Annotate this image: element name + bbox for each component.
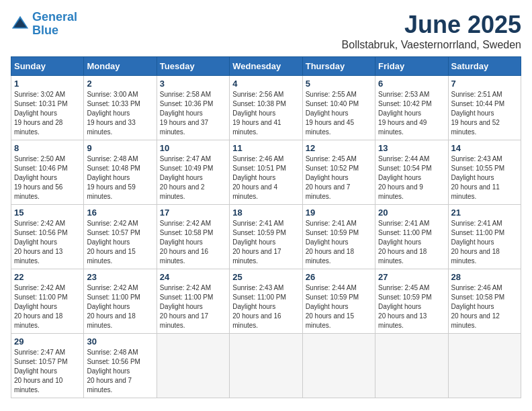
day-info: Sunrise: 2:41 AM Sunset: 10:59 PM Daylig… <box>232 219 299 266</box>
col-header-wednesday: Wednesday <box>230 57 302 76</box>
day-number: 22 <box>14 272 81 282</box>
day-info: Sunrise: 2:47 AM Sunset: 10:57 PM Daylig… <box>14 348 81 395</box>
day-cell-4: 4 Sunrise: 2:56 AM Sunset: 10:38 PM Dayl… <box>230 76 302 140</box>
calendar-table: SundayMondayTuesdayWednesdayThursdayFrid… <box>11 56 521 398</box>
day-number: 16 <box>87 208 153 218</box>
day-cell-8: 8 Sunrise: 2:50 AM Sunset: 10:46 PM Dayl… <box>11 140 84 205</box>
day-info: Sunrise: 3:02 AM Sunset: 10:31 PM Daylig… <box>14 90 81 137</box>
title-area: June 2025 Bollstabruk, Vaesternorrland, … <box>342 11 521 51</box>
col-header-friday: Friday <box>375 57 448 76</box>
day-number: 27 <box>378 272 445 282</box>
day-number: 2 <box>87 79 153 89</box>
day-number: 7 <box>451 79 518 89</box>
day-info: Sunrise: 2:44 AM Sunset: 10:54 PM Daylig… <box>378 154 445 201</box>
day-number: 24 <box>160 272 226 282</box>
day-number: 20 <box>378 208 445 218</box>
day-info: Sunrise: 2:42 AM Sunset: 11:00 PM Daylig… <box>160 283 226 330</box>
day-cell-11: 11 Sunrise: 2:46 AM Sunset: 10:51 PM Day… <box>230 140 302 205</box>
day-cell-23: 23 Sunrise: 2:42 AM Sunset: 11:00 PM Day… <box>84 269 157 334</box>
day-number: 10 <box>160 143 226 153</box>
day-info: Sunrise: 2:48 AM Sunset: 10:48 PM Daylig… <box>87 154 153 201</box>
day-info: Sunrise: 2:41 AM Sunset: 10:59 PM Daylig… <box>306 219 372 266</box>
day-cell-17: 17 Sunrise: 2:42 AM Sunset: 10:58 PM Day… <box>157 205 229 269</box>
day-info: Sunrise: 2:56 AM Sunset: 10:38 PM Daylig… <box>232 90 299 137</box>
day-cell-24: 24 Sunrise: 2:42 AM Sunset: 11:00 PM Day… <box>157 269 229 334</box>
day-cell-2: 2 Sunrise: 3:00 AM Sunset: 10:33 PM Dayl… <box>84 76 157 140</box>
day-number: 15 <box>14 208 81 218</box>
day-cell-12: 12 Sunrise: 2:45 AM Sunset: 10:52 PM Day… <box>302 140 375 205</box>
day-info: Sunrise: 2:42 AM Sunset: 11:00 PM Daylig… <box>14 283 81 330</box>
day-number: 13 <box>378 143 445 153</box>
day-info: Sunrise: 2:45 AM Sunset: 10:52 PM Daylig… <box>306 154 372 201</box>
day-info: Sunrise: 2:42 AM Sunset: 10:57 PM Daylig… <box>87 219 153 266</box>
day-cell-19: 19 Sunrise: 2:41 AM Sunset: 10:59 PM Day… <box>302 205 375 269</box>
day-number: 5 <box>306 79 372 89</box>
empty-cell <box>230 334 302 398</box>
day-number: 17 <box>160 208 226 218</box>
day-number: 11 <box>232 143 299 153</box>
day-cell-27: 27 Sunrise: 2:45 AM Sunset: 10:59 PM Day… <box>375 269 448 334</box>
day-info: Sunrise: 2:55 AM Sunset: 10:40 PM Daylig… <box>306 90 372 137</box>
day-number: 4 <box>232 79 299 89</box>
day-cell-30: 30 Sunrise: 2:48 AM Sunset: 10:56 PM Day… <box>84 334 157 398</box>
day-number: 6 <box>378 79 445 89</box>
day-cell-1: 1 Sunrise: 3:02 AM Sunset: 10:31 PM Dayl… <box>11 76 84 140</box>
day-cell-13: 13 Sunrise: 2:44 AM Sunset: 10:54 PM Day… <box>375 140 448 205</box>
day-number: 23 <box>87 272 153 282</box>
day-number: 21 <box>451 208 518 218</box>
day-number: 19 <box>306 208 372 218</box>
day-info: Sunrise: 2:43 AM Sunset: 10:55 PM Daylig… <box>451 154 518 201</box>
day-cell-20: 20 Sunrise: 2:41 AM Sunset: 11:00 PM Day… <box>375 205 448 269</box>
location-title: Bollstabruk, Vaesternorrland, Sweden <box>342 39 521 51</box>
day-info: Sunrise: 2:43 AM Sunset: 11:00 PM Daylig… <box>232 283 299 330</box>
day-number: 1 <box>14 79 81 89</box>
col-header-tuesday: Tuesday <box>157 57 229 76</box>
day-cell-10: 10 Sunrise: 2:47 AM Sunset: 10:49 PM Day… <box>157 140 229 205</box>
day-number: 30 <box>87 336 153 347</box>
day-info: Sunrise: 2:42 AM Sunset: 11:00 PM Daylig… <box>87 283 153 330</box>
day-info: Sunrise: 2:46 AM Sunset: 10:51 PM Daylig… <box>232 154 299 201</box>
day-info: Sunrise: 2:46 AM Sunset: 10:58 PM Daylig… <box>451 283 518 330</box>
col-header-saturday: Saturday <box>448 57 521 76</box>
day-info: Sunrise: 2:45 AM Sunset: 10:59 PM Daylig… <box>378 283 445 330</box>
day-number: 29 <box>14 336 81 347</box>
col-header-thursday: Thursday <box>302 57 375 76</box>
day-cell-29: 29 Sunrise: 2:47 AM Sunset: 10:57 PM Day… <box>11 334 84 398</box>
day-info: Sunrise: 2:53 AM Sunset: 10:42 PM Daylig… <box>378 90 445 137</box>
day-number: 12 <box>306 143 372 153</box>
day-info: Sunrise: 2:51 AM Sunset: 10:44 PM Daylig… <box>451 90 518 137</box>
day-cell-18: 18 Sunrise: 2:41 AM Sunset: 10:59 PM Day… <box>230 205 302 269</box>
day-number: 28 <box>451 272 518 282</box>
day-cell-16: 16 Sunrise: 2:42 AM Sunset: 10:57 PM Day… <box>84 205 157 269</box>
month-title: June 2025 <box>342 11 521 39</box>
day-number: 26 <box>306 272 372 282</box>
col-header-monday: Monday <box>84 57 157 76</box>
day-cell-26: 26 Sunrise: 2:44 AM Sunset: 10:59 PM Day… <box>302 269 375 334</box>
day-cell-21: 21 Sunrise: 2:41 AM Sunset: 11:00 PM Day… <box>448 205 521 269</box>
day-info: Sunrise: 3:00 AM Sunset: 10:33 PM Daylig… <box>87 90 153 137</box>
day-info: Sunrise: 2:41 AM Sunset: 11:00 PM Daylig… <box>451 219 518 266</box>
day-info: Sunrise: 2:58 AM Sunset: 10:36 PM Daylig… <box>160 90 226 137</box>
day-number: 3 <box>160 79 226 89</box>
day-info: Sunrise: 2:42 AM Sunset: 10:58 PM Daylig… <box>160 219 226 266</box>
day-info: Sunrise: 2:50 AM Sunset: 10:46 PM Daylig… <box>14 154 81 201</box>
day-cell-7: 7 Sunrise: 2:51 AM Sunset: 10:44 PM Dayl… <box>448 76 521 140</box>
day-cell-15: 15 Sunrise: 2:42 AM Sunset: 10:56 PM Day… <box>11 205 84 269</box>
day-cell-25: 25 Sunrise: 2:43 AM Sunset: 11:00 PM Day… <box>230 269 302 334</box>
day-cell-14: 14 Sunrise: 2:43 AM Sunset: 10:55 PM Day… <box>448 140 521 205</box>
logo: General Blue <box>11 11 77 38</box>
logo-text: General Blue <box>32 11 77 38</box>
empty-cell <box>448 334 521 398</box>
day-info: Sunrise: 2:47 AM Sunset: 10:49 PM Daylig… <box>160 154 226 201</box>
day-cell-3: 3 Sunrise: 2:58 AM Sunset: 10:36 PM Dayl… <box>157 76 229 140</box>
day-number: 14 <box>451 143 518 153</box>
day-info: Sunrise: 2:41 AM Sunset: 11:00 PM Daylig… <box>378 219 445 266</box>
day-info: Sunrise: 2:42 AM Sunset: 10:56 PM Daylig… <box>14 219 81 266</box>
day-cell-22: 22 Sunrise: 2:42 AM Sunset: 11:00 PM Day… <box>11 269 84 334</box>
day-number: 8 <box>14 143 81 153</box>
day-cell-9: 9 Sunrise: 2:48 AM Sunset: 10:48 PM Dayl… <box>84 140 157 205</box>
empty-cell <box>157 334 229 398</box>
day-number: 18 <box>232 208 299 218</box>
day-number: 25 <box>232 272 299 282</box>
empty-cell <box>375 334 448 398</box>
